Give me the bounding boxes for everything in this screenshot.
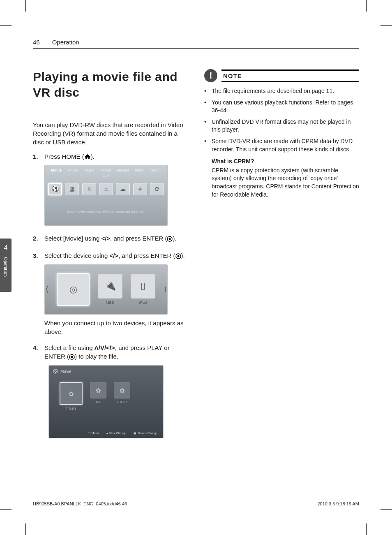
step-2-text-c: ).: [173, 235, 176, 242]
section-name: Operation: [52, 38, 79, 46]
note-item-4: Some DVD-VR disc are made with CPRM data…: [212, 137, 359, 153]
home-tab-movie: Movie: [48, 168, 65, 178]
browser-title: Movie: [60, 369, 71, 375]
home-hint-text: Enjoy movies from Disc, HDD or connected…: [45, 209, 167, 214]
step-3-after-text: When you connect up to two devices, it a…: [44, 319, 188, 336]
step-3: 3. Select the device using </>, and pres…: [33, 251, 188, 339]
nav-arrows: Λ/V/</>: [95, 344, 115, 351]
page-title: Playing a movie file and VR disc: [33, 69, 188, 100]
home-icon: [84, 153, 91, 162]
music-icon: ♫: [82, 183, 96, 195]
usb-label: USB: [106, 300, 114, 306]
left-right-arrows: </>: [109, 252, 118, 259]
step-3-text-b: , and press ENTER (: [118, 252, 175, 259]
photo-icon: ▦: [65, 183, 79, 195]
file-browser-screenshot: Movie ✿ TITLE 1 ✿ TITLE 3: [48, 365, 164, 438]
disc-tile: ◎: [57, 273, 90, 306]
footer-device: ▣Device Change: [134, 431, 157, 435]
chapter-number: 4: [0, 243, 12, 253]
step-1-text-b: ).: [91, 153, 95, 160]
file-title-3: TITLE 5: [117, 400, 127, 404]
setup-icon: ✿: [150, 183, 164, 195]
step-number: 1.: [33, 152, 40, 230]
step-number: 4.: [33, 343, 40, 442]
intro-paragraph: You can play DVD-RW discs that are recor…: [33, 120, 188, 146]
side-chapter-tab: 4 Operation: [0, 239, 12, 292]
device-select-screenshot: ⟨ ◎ 🔌 USB ▯ iPod: [44, 264, 168, 315]
enter-icon: [69, 353, 75, 362]
page-header: 46 Operation: [33, 38, 359, 49]
home-tab-homelink: Home Link: [98, 168, 114, 178]
enter-icon: [175, 252, 181, 261]
netcast-icon: ☁: [116, 183, 130, 195]
ipod-tile: ▯: [131, 274, 155, 299]
cprm-answer: CPRM is a copy protection system (with s…: [212, 167, 359, 199]
step-number: 2.: [33, 234, 40, 247]
file-title-2: TITLE 3: [93, 400, 104, 404]
file-tile-3: ✿: [114, 382, 130, 398]
home-tab-netcast: Netcast: [114, 168, 131, 178]
homelink-icon: ⌂: [99, 183, 113, 195]
svg-point-7: [55, 370, 56, 371]
right-column: ! NOTE The file requirements are describ…: [204, 69, 359, 447]
input-icon: ⎆: [133, 183, 147, 195]
chapter-name: Operation: [2, 257, 9, 277]
svg-point-10: [54, 371, 55, 372]
footer-view: ●View Change: [106, 431, 126, 435]
step-1-text-a: Press HOME (: [44, 153, 84, 160]
note-item-3: Unfinalized DVD VR format discs may not …: [212, 118, 359, 134]
step-2-text-b: , and press ENTER (: [110, 235, 167, 242]
home-tab-photo: Photo: [65, 168, 81, 178]
enter-icon: [167, 235, 173, 244]
ipod-label: iPod: [139, 300, 147, 306]
note-label: NOTE: [221, 72, 244, 80]
home-tab-setup: Setup: [148, 168, 164, 178]
left-arrow-icon: ⟨: [45, 285, 48, 294]
note-item-1: The file requirements are described on p…: [212, 87, 334, 95]
exclamation-icon: !: [204, 69, 217, 82]
step-2-text-a: Select [Movie] using: [44, 235, 101, 242]
step-list: 1. Press HOME (). Movie Photo Music Home…: [33, 152, 188, 442]
reel-icon: [53, 369, 58, 375]
file-title-1: TITLE 1: [66, 407, 76, 411]
step-4: 4. Select a file using Λ/V/</>, and pres…: [33, 343, 188, 442]
note-bullet-list: The file requirements are described on p…: [204, 87, 359, 153]
cprm-question: What is CPRM?: [212, 157, 359, 166]
svg-point-3: [177, 255, 179, 257]
footer-left: HB905SB-A0.BPANLLK_ENG_0405.indd46 46: [33, 501, 127, 507]
step-3-text-a: Select the device using: [44, 252, 109, 259]
page-number: 46: [33, 38, 40, 46]
cprm-block: What is CPRM? CPRM is a copy protection …: [204, 157, 359, 199]
file-tile-2: ✿: [90, 382, 106, 398]
left-column: Playing a movie file and VR disc You can…: [33, 69, 188, 447]
svg-point-9: [55, 372, 56, 373]
print-footer: HB905SB-A0.BPANLLK_ENG_0405.indd46 46 20…: [33, 501, 359, 507]
footer-right: 2010.3.5 9:18:19 AM: [317, 501, 359, 507]
step-4-text-a: Select a file using: [44, 344, 95, 351]
home-menu-screenshot: Movie Photo Music Home Link Netcast Inpu…: [44, 165, 168, 226]
usb-tile: 🔌: [98, 274, 122, 299]
step-number: 3.: [33, 251, 40, 339]
file-tile-1: ✿: [60, 382, 83, 405]
step-3-text-c: ).: [181, 252, 185, 259]
svg-point-1: [169, 238, 171, 240]
svg-point-5: [71, 356, 73, 358]
home-tab-input: Input: [131, 168, 147, 178]
note-header: ! NOTE: [204, 69, 359, 82]
home-tab-music: Music: [81, 168, 98, 178]
movie-icon: ⚽: [48, 183, 62, 195]
note-item-2: You can use various playback functions. …: [212, 99, 359, 115]
step-4-text-c: ) to play the file.: [75, 353, 118, 360]
footer-menu: ☐Menu: [88, 431, 99, 435]
svg-point-8: [56, 371, 57, 372]
page-content: 46 Operation Playing a movie file and VR…: [25, 25, 367, 510]
step-2: 2. Select [Movie] using </>, and press E…: [33, 234, 188, 247]
left-right-arrows: </>: [101, 235, 110, 242]
right-arrow-icon: ⟩: [164, 285, 167, 294]
step-1: 1. Press HOME (). Movie Photo Music Home…: [33, 152, 188, 230]
